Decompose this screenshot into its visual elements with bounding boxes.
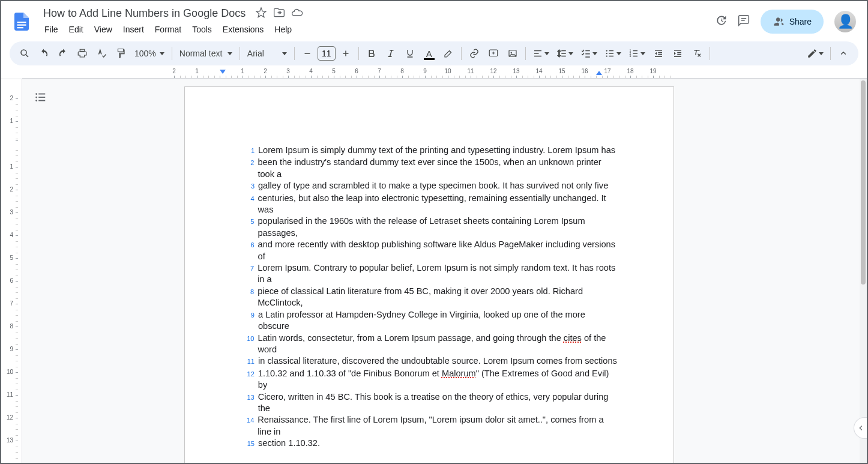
svg-line-12: [390, 50, 391, 57]
svg-point-44: [35, 100, 37, 101]
doc-title[interactable]: How to Add Line Numbers in Google Docs: [40, 6, 249, 21]
svg-rect-1: [17, 24, 26, 25]
text-line[interactable]: 121.10.32 and 1.10.33 of "de Finibus Bon…: [241, 368, 617, 391]
line-number: 13: [241, 392, 255, 403]
text-line[interactable]: 8piece of classical Latin literature fro…: [241, 286, 617, 309]
text-line[interactable]: 14Renaissance. The first line of Lorem I…: [241, 414, 617, 438]
history-icon[interactable]: [715, 14, 727, 29]
text-line[interactable]: 6and more recently with desktop publishi…: [241, 239, 617, 262]
decrease-font-size-button[interactable]: [298, 45, 316, 62]
menu-file[interactable]: File: [40, 22, 63, 37]
line-number: 11: [241, 356, 255, 367]
text-line[interactable]: 10Latin words, consectetur, from a Lorem…: [241, 333, 617, 356]
menu-format[interactable]: Format: [150, 22, 186, 37]
text-color-button[interactable]: A: [420, 45, 438, 62]
svg-rect-0: [17, 22, 26, 23]
text-line[interactable]: 11in classical literature, discovered th…: [241, 355, 617, 367]
line-number: 12: [241, 369, 255, 380]
numbered-list-dropdown[interactable]: 123: [625, 45, 648, 62]
increase-font-size-button[interactable]: [337, 45, 355, 62]
svg-point-24: [606, 55, 607, 56]
svg-point-43: [35, 97, 37, 98]
text-line[interactable]: 13Cicero, written in 45 BC. This book is…: [241, 391, 617, 415]
menu-insert[interactable]: Insert: [118, 22, 149, 37]
menu-edit[interactable]: Edit: [64, 22, 88, 37]
cloud-status-icon[interactable]: [291, 7, 303, 21]
line-text: in classical literature, discovered the …: [258, 355, 617, 367]
insert-link-button[interactable]: [465, 45, 483, 62]
font-dropdown[interactable]: Arial: [244, 45, 291, 62]
paragraph-style-dropdown[interactable]: Normal text: [176, 45, 236, 62]
redo-icon[interactable]: [54, 45, 72, 62]
checklist-dropdown[interactable]: [577, 45, 600, 62]
text-line[interactable]: 7Lorem Ipsum. Contrary to popular belief…: [241, 262, 617, 286]
menu-tools[interactable]: Tools: [187, 22, 217, 37]
svg-point-18: [510, 52, 511, 53]
move-icon[interactable]: [273, 7, 285, 21]
docs-logo-icon[interactable]: [10, 10, 34, 34]
collapse-toolbar-button[interactable]: [834, 45, 852, 62]
line-number: 4: [241, 193, 255, 205]
text-line[interactable]: 3galley of type and scrambled it to make…: [241, 180, 617, 192]
line-number: 7: [241, 263, 254, 274]
spellcheck-icon[interactable]: [92, 45, 110, 62]
editing-mode-dropdown[interactable]: [804, 45, 827, 62]
account-avatar[interactable]: 👤: [834, 11, 856, 32]
line-text: popularised in the 1960s with the releas…: [258, 215, 617, 239]
document-outline-button[interactable]: [31, 88, 50, 107]
menu-help[interactable]: Help: [270, 22, 297, 37]
line-number: 15: [241, 438, 255, 450]
bold-button[interactable]: [363, 45, 381, 62]
text-line[interactable]: 15section 1.10.32.: [241, 438, 617, 450]
menu-view[interactable]: View: [89, 22, 117, 37]
line-text: Cicero, written in 45 BC. This book is a…: [258, 391, 617, 415]
line-number: 14: [241, 415, 254, 426]
vertical-ruler[interactable]: 2112345678910111213: [1, 79, 22, 463]
vertical-scrollbar[interactable]: [860, 79, 867, 463]
line-number: 10: [241, 333, 254, 345]
line-text: been the industry's standard dummy text …: [258, 157, 617, 180]
line-text: galley of type and scrambled it to make …: [258, 180, 608, 191]
line-text: and more recently with desktop publishin…: [258, 239, 617, 262]
zoom-dropdown[interactable]: 100%: [131, 45, 168, 62]
text-line[interactable]: 5popularised in the 1960s with the relea…: [241, 215, 617, 239]
text-line[interactable]: 9a Latin professor at Hampden-Sydney Col…: [241, 309, 617, 333]
svg-line-6: [26, 55, 28, 57]
align-dropdown[interactable]: [529, 45, 552, 62]
comments-icon[interactable]: [738, 14, 750, 29]
line-text: Latin words, consectetur, from a Lorem I…: [258, 333, 617, 356]
decrease-indent-button[interactable]: [649, 45, 668, 62]
font-size-input[interactable]: [318, 46, 336, 61]
increase-indent-button[interactable]: [669, 45, 687, 62]
search-menus-icon[interactable]: [16, 45, 34, 62]
line-number: 8: [241, 286, 254, 298]
underline-button[interactable]: [401, 45, 419, 62]
line-number: 1: [241, 145, 255, 157]
text-line[interactable]: 2been the industry's standard dummy text…: [241, 157, 617, 180]
italic-button[interactable]: [382, 45, 400, 62]
clear-formatting-button[interactable]: [688, 45, 706, 62]
add-comment-button[interactable]: [484, 45, 502, 62]
line-text: Renaissance. The first line of Lorem Ips…: [258, 414, 617, 438]
text-line[interactable]: 4centuries, but also the leap into elect…: [241, 193, 617, 216]
print-icon[interactable]: [73, 45, 91, 62]
bulleted-list-dropdown[interactable]: [601, 45, 624, 62]
line-text: a Latin professor at Hampden-Sydney Coll…: [258, 309, 617, 333]
highlight-color-button[interactable]: [439, 45, 457, 62]
share-button[interactable]: Share: [761, 10, 824, 34]
insert-image-button[interactable]: [504, 45, 522, 62]
line-number: 9: [241, 310, 255, 321]
text-line[interactable]: 1Lorem Ipsum is simply dummy text of the…: [241, 145, 617, 157]
share-label: Share: [789, 17, 812, 26]
svg-point-5: [21, 50, 26, 55]
svg-point-23: [606, 53, 607, 54]
document-page[interactable]: 1Lorem Ipsum is simply dummy text of the…: [184, 86, 674, 463]
paint-format-icon[interactable]: [112, 45, 130, 62]
svg-rect-2: [17, 27, 24, 28]
svg-rect-47: [38, 100, 45, 101]
menu-extensions[interactable]: Extensions: [218, 22, 268, 37]
line-spacing-dropdown[interactable]: [553, 45, 576, 62]
horizontal-ruler[interactable]: 2112345678910111213141516171819: [22, 68, 867, 79]
undo-icon[interactable]: [35, 45, 53, 62]
star-icon[interactable]: [255, 7, 267, 21]
